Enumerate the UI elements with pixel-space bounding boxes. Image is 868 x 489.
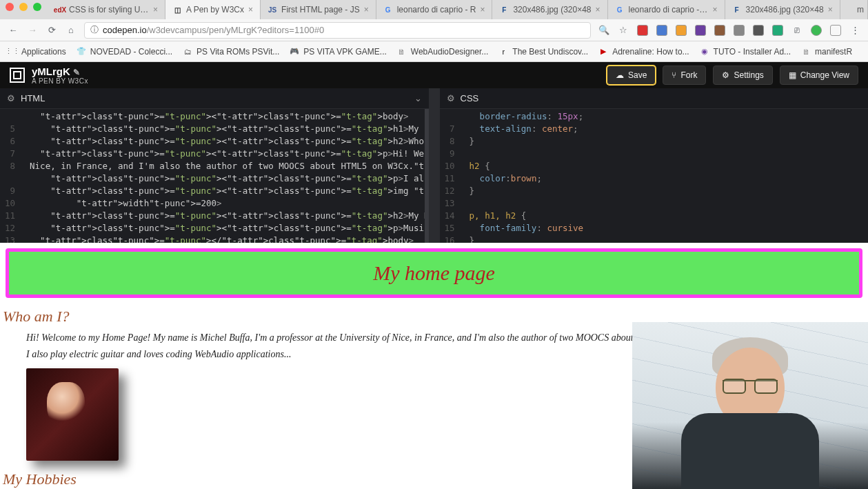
bookmark-item[interactable]: 🎮PS VITA VPK GAME... xyxy=(289,46,386,57)
bookmark-item[interactable]: ⋮⋮Applications xyxy=(7,46,66,57)
tab-favicon-icon: JS xyxy=(268,5,277,14)
tab-overflow: m xyxy=(854,0,868,19)
fork-icon: ⑂ xyxy=(672,70,676,80)
bookmark-label: Adrenaline: How to... xyxy=(612,47,689,57)
webcam-overlay xyxy=(632,322,868,489)
bookmark-favicon-icon: 🎮 xyxy=(289,46,300,57)
css-editor: ⚙ CSS 78910111213141516171819 border-rad… xyxy=(429,88,869,243)
bookmark-item[interactable]: 👕NOVEDAD - Colecci... xyxy=(76,46,172,57)
ext-icon-3[interactable] xyxy=(675,24,687,37)
bookmark-favicon-icon: ⋮⋮ xyxy=(7,46,18,57)
bookmark-label: NOVEDAD - Colecci... xyxy=(90,47,172,57)
chrome-menu-icon[interactable]: ⋮ xyxy=(849,24,861,37)
settings-button[interactable]: ⚙Settings xyxy=(713,66,772,85)
gear-icon: ⚙ xyxy=(722,70,729,80)
ext-icon-2[interactable] xyxy=(656,24,668,37)
tab-title: leonardo di caprio - Re xyxy=(629,5,709,14)
window-traffic-lights xyxy=(6,3,41,11)
ext-icon-4[interactable] xyxy=(694,24,707,37)
html-code-area[interactable]: 56789101112131415 "t-attr">class"t-punc"… xyxy=(0,109,429,243)
bookmark-item[interactable]: ▶Adrenaline: How to... xyxy=(598,46,689,57)
browser-tab[interactable]: F320x486.jpg (320×48× xyxy=(725,0,840,19)
tab-close-icon[interactable]: × xyxy=(828,5,833,14)
profile-avatar-icon[interactable] xyxy=(810,24,822,37)
bookmark-label: PS VITA VPK GAME... xyxy=(303,47,386,57)
tab-title: CSS is for styling Unit xyxy=(69,5,149,14)
browser-tab[interactable]: JSFirst HTML page - JS× xyxy=(261,0,376,19)
bookmark-item[interactable]: ◉TUTO - Installer Ad... xyxy=(699,46,791,57)
ext-icon-7[interactable] xyxy=(752,24,765,37)
tab-close-icon[interactable]: × xyxy=(713,5,718,14)
ext-icon-5[interactable] xyxy=(714,24,726,37)
bookmark-label: The Best Undiscov... xyxy=(512,47,588,57)
back-button[interactable]: ← xyxy=(7,25,19,35)
browser-toolbar: ← → ⟳ ⌂ ⓘ codepen.io/w3devcampus/pen/yML… xyxy=(0,19,868,41)
html-collapse-icon[interactable]: ⌄ xyxy=(414,93,422,103)
bookmark-label: manifestR xyxy=(815,47,852,57)
ext-icon-6[interactable] xyxy=(733,24,745,37)
bookmark-favicon-icon: 👕 xyxy=(76,46,87,57)
zoom-window-icon[interactable] xyxy=(33,3,41,11)
tab-favicon-icon: G xyxy=(615,5,625,14)
edit-title-icon[interactable]: ✎ xyxy=(73,68,80,77)
fork-button[interactable]: ⑂Fork xyxy=(663,66,706,85)
browser-tab[interactable]: F320x486.jpg (320×48× xyxy=(492,0,607,19)
css-code-area[interactable]: 78910111213141516171819 border-radius: 1… xyxy=(440,109,869,243)
bookmark-favicon-icon: r xyxy=(498,46,509,57)
ext-icon-1[interactable] xyxy=(636,24,649,37)
minimize-window-icon[interactable] xyxy=(19,3,28,11)
browser-tab[interactable]: Gleonardo di caprio - R× xyxy=(376,0,493,19)
bookmark-label: WebAudioDesigner... xyxy=(411,47,489,57)
bookmark-label: TUTO - Installer Ad... xyxy=(714,47,791,57)
html-editor-header: ⚙ HTML ⌄ xyxy=(0,88,429,109)
tab-close-icon[interactable]: × xyxy=(596,5,600,14)
codepen-logo-icon[interactable] xyxy=(10,68,25,83)
url-domain: codepen.io xyxy=(103,25,147,35)
bookmark-favicon-icon: 🗎 xyxy=(800,46,811,57)
forward-button[interactable]: → xyxy=(26,25,39,35)
tab-close-icon[interactable]: × xyxy=(248,5,253,14)
address-bar[interactable]: ⓘ codepen.io/w3devcampus/pen/yMLrgK?edit… xyxy=(84,22,591,39)
tab-title: First HTML page - JS xyxy=(281,5,360,14)
bookmark-favicon-icon: 🗎 xyxy=(396,46,407,57)
home-button[interactable]: ⌂ xyxy=(65,25,77,35)
tab-close-icon[interactable]: × xyxy=(364,5,369,14)
bookmark-item[interactable]: rThe Best Undiscov... xyxy=(498,46,588,57)
css-settings-icon[interactable]: ⚙ xyxy=(447,93,455,103)
browser-tabstrip: edXCSS is for styling Unit×◫A Pen by W3C… xyxy=(0,0,868,19)
tab-favicon-icon: F xyxy=(499,5,509,14)
html-settings-icon[interactable]: ⚙ xyxy=(7,93,15,103)
bookmarks-bar: ⋮⋮Applications👕NOVEDAD - Colecci...🗂PS V… xyxy=(0,41,868,62)
bookmark-label: Applications xyxy=(21,47,66,57)
bookmark-item[interactable]: 🗂PS Vita ROMs PSVit... xyxy=(182,46,279,57)
cloud-icon: ☁ xyxy=(616,70,624,80)
change-view-button[interactable]: ▦Change View xyxy=(780,66,858,85)
pen-title[interactable]: yMLrgK xyxy=(32,66,70,77)
preview-profile-image xyxy=(26,368,119,461)
site-info-icon[interactable]: ⓘ xyxy=(90,24,99,36)
zoom-icon[interactable]: 🔍 xyxy=(598,24,610,37)
bookmark-item[interactable]: 🗎manifestR xyxy=(800,46,852,57)
save-button[interactable]: ☁Save xyxy=(607,66,656,85)
browser-tab[interactable]: edXCSS is for styling Unit× xyxy=(48,0,165,19)
close-window-icon[interactable] xyxy=(6,3,14,11)
tab-favicon-icon: edX xyxy=(55,5,65,14)
browser-tab[interactable]: Gleonardo di caprio - Re× xyxy=(608,0,725,19)
layout-icon: ▦ xyxy=(789,70,796,80)
css-editor-header: ⚙ CSS xyxy=(440,88,869,109)
reload-button[interactable]: ⟳ xyxy=(46,25,58,35)
ext-icon-8[interactable] xyxy=(771,24,784,37)
ext-icon-9[interactable] xyxy=(829,24,842,37)
tab-favicon-icon: F xyxy=(732,5,742,14)
tab-close-icon[interactable]: × xyxy=(153,5,158,14)
browser-tab[interactable]: ◫A Pen by W3Cx× xyxy=(165,0,261,19)
preview-pane: My home page Who am I? Hi! Welcome to my… xyxy=(0,243,868,489)
html-editor-label: HTML xyxy=(21,93,45,103)
tab-favicon-icon: ◫ xyxy=(172,5,182,14)
cast-icon[interactable]: ⎚ xyxy=(791,24,803,37)
html-editor: ⚙ HTML ⌄ 56789101112131415 "t-attr">clas… xyxy=(0,88,429,243)
bookmark-item[interactable]: 🗎WebAudioDesigner... xyxy=(396,46,489,57)
bookmark-favicon-icon: ▶ xyxy=(598,46,609,57)
bookmark-star-icon[interactable]: ☆ xyxy=(617,24,629,37)
tab-close-icon[interactable]: × xyxy=(480,5,485,14)
